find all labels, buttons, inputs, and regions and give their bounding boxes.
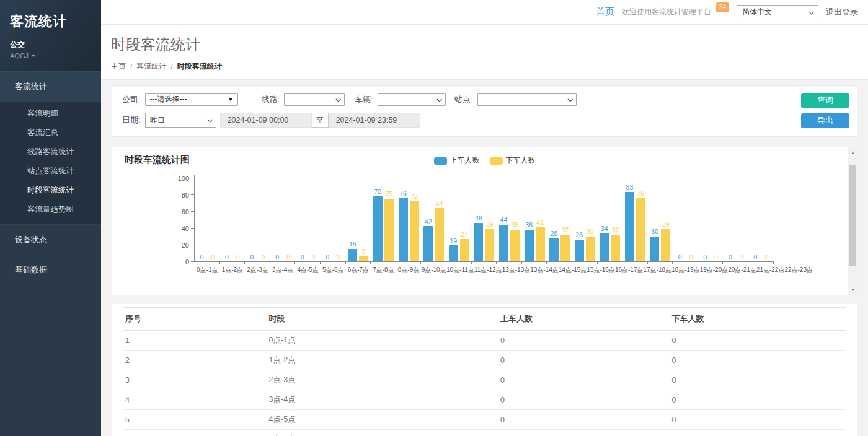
- y-axis-label: 0: [185, 259, 189, 266]
- vehicle-select[interactable]: [378, 93, 446, 106]
- chart-legend: 上车人数 下车人数: [434, 155, 536, 166]
- column-header: 时段: [264, 308, 495, 331]
- bar: [636, 198, 645, 261]
- station-select[interactable]: [477, 93, 577, 106]
- table-cell: 0: [495, 331, 667, 351]
- line-select[interactable]: [284, 93, 345, 106]
- table-cell: 0: [495, 430, 667, 436]
- bar: [586, 237, 595, 262]
- table-cell: 4点-5点: [264, 410, 495, 430]
- export-button[interactable]: 导出: [801, 113, 849, 128]
- scrollbar-down-arrow-icon[interactable]: ▼: [848, 285, 857, 294]
- bar-value-label: 44: [500, 217, 508, 224]
- topbar: 首页 欢迎使用客流统计管理平台 34 简体中文 退出登录: [101, 0, 868, 25]
- bar-group: 4438: [497, 175, 522, 261]
- welcome-text: 欢迎使用客流统计管理平台: [622, 7, 711, 17]
- bar: [661, 229, 670, 261]
- x-axis-tick: [396, 262, 422, 264]
- sidebar-subitem[interactable]: 客流明细: [0, 104, 101, 123]
- sidebar-subitem[interactable]: 线路客流统计: [0, 142, 101, 162]
- table-cell: 0: [495, 351, 667, 370]
- bar: [600, 233, 609, 261]
- sidebar-subitem[interactable]: 时段客流统计: [0, 181, 101, 200]
- content: 公司: ---请选择--- 线路: 车辆: 站点:: [101, 80, 868, 436]
- bar-value-label: 0: [225, 254, 229, 261]
- date-end-input[interactable]: 2024-01-09 23:59: [329, 113, 420, 128]
- bar-group: 1927: [446, 175, 472, 261]
- bar-value-label: 28: [551, 230, 558, 237]
- scrollbar-up-arrow-icon[interactable]: ▲: [848, 148, 857, 157]
- table-head-row: 序号时段上车人数下车人数: [123, 308, 846, 331]
- bar-value-label: 0: [714, 254, 718, 261]
- x-axis-tick: [195, 262, 220, 264]
- x-axis-label: 14点-15点: [559, 266, 587, 274]
- x-axis-label: 20点-21点: [728, 266, 756, 274]
- legend-swatch-blue: [434, 157, 447, 165]
- scrollbar-thumb[interactable]: [849, 165, 856, 266]
- plot-column: 0000000000001567875767242641927463944383…: [194, 175, 813, 274]
- sidebar-section-device-status[interactable]: 设备状态: [0, 224, 101, 255]
- breadcrumb-home[interactable]: 主页: [111, 61, 126, 72]
- bar-value-label: 15: [349, 241, 356, 248]
- message-count-badge[interactable]: 34: [716, 2, 729, 12]
- language-select-value: 简体中文: [742, 7, 772, 17]
- bar-value-label: 26: [575, 232, 583, 238]
- x-axis-label: 22点-23点: [784, 266, 813, 274]
- bar-value-label: 75: [386, 191, 393, 198]
- breadcrumb-passenger-stats[interactable]: 客流统计: [136, 61, 166, 72]
- user-menu[interactable]: AQGJ: [10, 52, 91, 59]
- breadcrumb-separator: /: [170, 63, 172, 71]
- bar-value-label: 42: [425, 219, 432, 225]
- table-cell: 2: [123, 351, 264, 370]
- user-name: AQGJ: [10, 52, 29, 59]
- sidebar-section-base-data[interactable]: 基础数据: [0, 255, 101, 285]
- column-header: 下车人数: [667, 308, 846, 331]
- bar: [485, 229, 494, 261]
- x-axis-label: 17点-18点: [644, 266, 672, 274]
- sidebar-subitem[interactable]: 客流汇总: [0, 123, 101, 142]
- bar-group: 156: [346, 175, 371, 261]
- date-preset-select[interactable]: 昨日: [145, 113, 216, 128]
- column-header: 上车人数: [495, 308, 667, 331]
- table-cell: 0: [495, 390, 667, 410]
- home-link[interactable]: 首页: [596, 6, 614, 18]
- x-labels: 0点-1点1点-2点2点-3点3点-4点4点-5点5点-6点6点-7点7点-8点…: [195, 266, 813, 274]
- sidebar-subitem[interactable]: 客流量趋势图: [0, 200, 101, 219]
- x-axis-label: 0点-1点: [195, 266, 220, 274]
- chart-scrollbar[interactable]: ▲ ▼: [848, 147, 857, 295]
- logout-link[interactable]: 退出登录: [826, 7, 858, 18]
- vehicle-label: 车辆:: [355, 94, 373, 105]
- x-axis-label: 10点-11点: [446, 266, 474, 274]
- bar-group: 00: [270, 175, 296, 261]
- table-row: 32点-3点00: [123, 370, 846, 390]
- table-cell: 1: [123, 331, 264, 351]
- company-select[interactable]: ---请选择---: [145, 93, 238, 106]
- language-select[interactable]: 简体中文: [737, 5, 818, 19]
- table-cell: 3点-4点: [264, 390, 495, 410]
- bar: [460, 239, 469, 261]
- bar-group: 00: [295, 175, 321, 261]
- bar-group: 3432: [598, 175, 623, 261]
- legend-swatch-yellow: [490, 157, 503, 165]
- company-label: 公司:: [122, 94, 141, 105]
- bar: [373, 196, 383, 261]
- bar-value-label: 38: [525, 222, 533, 229]
- bar-group: 00: [673, 175, 698, 261]
- bar-value-label: 39: [662, 221, 670, 228]
- query-button[interactable]: 查询: [801, 93, 849, 108]
- sidebar-section-passenger-stats[interactable]: 客流统计: [0, 71, 101, 102]
- x-axis-tick: [547, 262, 572, 264]
- line-label: 线路:: [262, 94, 280, 105]
- date-start-input[interactable]: 2024-01-09 00:00: [220, 113, 312, 128]
- y-axis-label: 60: [182, 209, 189, 216]
- x-axis-tick: [673, 262, 698, 264]
- bar-value-label: 39: [486, 221, 494, 228]
- x-axis-tick: [522, 262, 547, 264]
- company-select-value: ---请选择---: [150, 94, 187, 105]
- x-axis-tick: [446, 262, 472, 264]
- x-axis-label: 11点-12点: [474, 266, 502, 274]
- bar: [399, 198, 408, 261]
- sidebar-subitem[interactable]: 站点客流统计: [0, 162, 101, 181]
- main-area: 首页 欢迎使用客流统计管理平台 34 简体中文 退出登录 时段客流统计 主页 /…: [101, 0, 868, 436]
- bar-group: 7875: [371, 175, 396, 261]
